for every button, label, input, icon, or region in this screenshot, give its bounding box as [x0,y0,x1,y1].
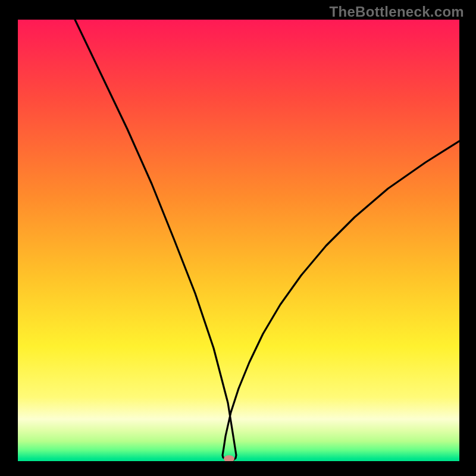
watermark-text: TheBottleneck.com [330,4,464,20]
gradient-background [18,20,459,461]
chart-frame: TheBottleneck.com [0,0,476,476]
plot-area [18,20,459,461]
